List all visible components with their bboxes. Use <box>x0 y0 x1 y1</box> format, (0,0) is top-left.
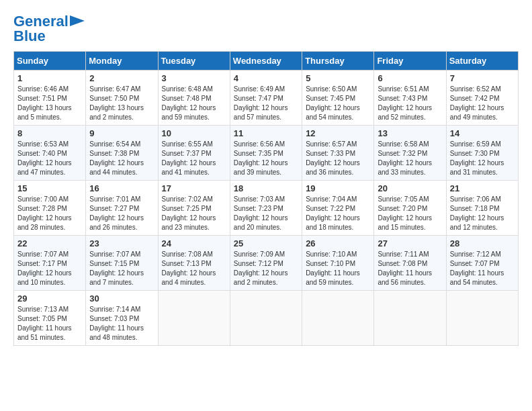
calendar-cell: 25Sunrise: 7:09 AM Sunset: 7:12 PM Dayli… <box>230 236 302 291</box>
day-number: 26 <box>306 238 370 248</box>
day-number: 28 <box>450 238 515 248</box>
day-number: 16 <box>89 183 154 193</box>
day-number: 27 <box>378 238 442 248</box>
calendar-cell: 1Sunrise: 6:46 AM Sunset: 7:51 PM Daylig… <box>14 71 86 126</box>
calendar-cell: 24Sunrise: 7:08 AM Sunset: 7:13 PM Dayli… <box>158 236 230 291</box>
day-number: 22 <box>17 238 82 248</box>
calendar-cell <box>302 291 374 346</box>
day-info: Sunrise: 6:58 AM Sunset: 7:32 PM Dayligh… <box>378 140 442 177</box>
day-number: 19 <box>306 183 370 193</box>
day-info: Sunrise: 6:53 AM Sunset: 7:40 PM Dayligh… <box>17 140 82 177</box>
calendar-cell: 16Sunrise: 7:01 AM Sunset: 7:27 PM Dayli… <box>86 181 158 236</box>
day-number: 8 <box>17 128 82 138</box>
day-info: Sunrise: 7:06 AM Sunset: 7:18 PM Dayligh… <box>450 195 515 232</box>
header-thursday: Thursday <box>302 52 374 71</box>
day-info: Sunrise: 6:54 AM Sunset: 7:38 PM Dayligh… <box>89 140 154 177</box>
day-info: Sunrise: 6:48 AM Sunset: 7:48 PM Dayligh… <box>162 85 226 122</box>
day-info: Sunrise: 7:02 AM Sunset: 7:25 PM Dayligh… <box>162 195 226 232</box>
day-info: Sunrise: 7:07 AM Sunset: 7:17 PM Dayligh… <box>17 250 82 287</box>
day-info: Sunrise: 6:59 AM Sunset: 7:30 PM Dayligh… <box>450 140 515 177</box>
day-number: 29 <box>17 293 82 304</box>
calendar-cell: 8Sunrise: 6:53 AM Sunset: 7:40 PM Daylig… <box>14 126 86 181</box>
day-number: 4 <box>234 73 298 83</box>
calendar-cell: 27Sunrise: 7:11 AM Sunset: 7:08 PM Dayli… <box>374 236 446 291</box>
day-info: Sunrise: 7:10 AM Sunset: 7:10 PM Dayligh… <box>306 250 370 287</box>
day-number: 3 <box>162 73 226 83</box>
calendar-header-row: SundayMondayTuesdayWednesdayThursdayFrid… <box>14 52 519 71</box>
day-number: 14 <box>450 128 515 138</box>
calendar-cell: 22Sunrise: 7:07 AM Sunset: 7:17 PM Dayli… <box>14 236 86 291</box>
day-number: 17 <box>162 183 226 193</box>
day-number: 20 <box>378 183 442 193</box>
calendar-cell: 18Sunrise: 7:03 AM Sunset: 7:23 PM Dayli… <box>230 181 302 236</box>
day-info: Sunrise: 7:04 AM Sunset: 7:22 PM Dayligh… <box>306 195 370 232</box>
day-number: 24 <box>162 238 226 248</box>
logo-arrow-icon <box>70 14 85 28</box>
day-info: Sunrise: 7:05 AM Sunset: 7:20 PM Dayligh… <box>378 195 442 232</box>
calendar-table: SundayMondayTuesdayWednesdayThursdayFrid… <box>13 51 519 346</box>
calendar-week-row: 22Sunrise: 7:07 AM Sunset: 7:17 PM Dayli… <box>14 236 519 291</box>
calendar-cell: 5Sunrise: 6:50 AM Sunset: 7:45 PM Daylig… <box>302 71 374 126</box>
day-number: 25 <box>234 238 298 248</box>
day-info: Sunrise: 7:13 AM Sunset: 7:05 PM Dayligh… <box>17 305 82 342</box>
calendar-cell: 3Sunrise: 6:48 AM Sunset: 7:48 PM Daylig… <box>158 71 230 126</box>
calendar-week-row: 8Sunrise: 6:53 AM Sunset: 7:40 PM Daylig… <box>14 126 519 181</box>
calendar-week-row: 15Sunrise: 7:00 AM Sunset: 7:28 PM Dayli… <box>14 181 519 236</box>
calendar-cell: 4Sunrise: 6:49 AM Sunset: 7:47 PM Daylig… <box>230 71 302 126</box>
calendar-cell: 19Sunrise: 7:04 AM Sunset: 7:22 PM Dayli… <box>302 181 374 236</box>
calendar-cell: 6Sunrise: 6:51 AM Sunset: 7:43 PM Daylig… <box>374 71 446 126</box>
header-friday: Friday <box>374 52 446 71</box>
logo: General Blue <box>13 13 85 44</box>
calendar-cell: 11Sunrise: 6:56 AM Sunset: 7:35 PM Dayli… <box>230 126 302 181</box>
calendar-cell: 30Sunrise: 7:14 AM Sunset: 7:03 PM Dayli… <box>86 291 158 346</box>
day-number: 9 <box>89 128 154 138</box>
calendar-cell <box>374 291 446 346</box>
day-number: 7 <box>450 73 515 83</box>
day-info: Sunrise: 6:52 AM Sunset: 7:42 PM Dayligh… <box>450 85 515 122</box>
calendar-cell: 26Sunrise: 7:10 AM Sunset: 7:10 PM Dayli… <box>302 236 374 291</box>
calendar-cell: 21Sunrise: 7:06 AM Sunset: 7:18 PM Dayli… <box>446 181 518 236</box>
calendar-week-row: 29Sunrise: 7:13 AM Sunset: 7:05 PM Dayli… <box>14 291 519 346</box>
day-info: Sunrise: 6:46 AM Sunset: 7:51 PM Dayligh… <box>17 85 82 122</box>
calendar-cell: 17Sunrise: 7:02 AM Sunset: 7:25 PM Dayli… <box>158 181 230 236</box>
day-info: Sunrise: 6:51 AM Sunset: 7:43 PM Dayligh… <box>378 85 442 122</box>
calendar-cell: 2Sunrise: 6:47 AM Sunset: 7:50 PM Daylig… <box>86 71 158 126</box>
day-info: Sunrise: 7:08 AM Sunset: 7:13 PM Dayligh… <box>162 250 226 287</box>
calendar-cell: 29Sunrise: 7:13 AM Sunset: 7:05 PM Dayli… <box>14 291 86 346</box>
calendar-cell: 14Sunrise: 6:59 AM Sunset: 7:30 PM Dayli… <box>446 126 518 181</box>
day-info: Sunrise: 6:57 AM Sunset: 7:33 PM Dayligh… <box>306 140 370 177</box>
header-saturday: Saturday <box>446 52 518 71</box>
day-info: Sunrise: 7:09 AM Sunset: 7:12 PM Dayligh… <box>234 250 298 287</box>
day-number: 13 <box>378 128 442 138</box>
day-info: Sunrise: 7:11 AM Sunset: 7:08 PM Dayligh… <box>378 250 442 287</box>
day-number: 15 <box>17 183 82 193</box>
day-info: Sunrise: 6:50 AM Sunset: 7:45 PM Dayligh… <box>306 85 370 122</box>
day-info: Sunrise: 7:00 AM Sunset: 7:28 PM Dayligh… <box>17 195 82 232</box>
page-header: General Blue <box>13 13 519 44</box>
day-number: 21 <box>450 183 515 193</box>
calendar-cell: 15Sunrise: 7:00 AM Sunset: 7:28 PM Dayli… <box>14 181 86 236</box>
svg-marker-0 <box>70 15 85 26</box>
day-number: 2 <box>89 73 154 83</box>
calendar-cell: 12Sunrise: 6:57 AM Sunset: 7:33 PM Dayli… <box>302 126 374 181</box>
day-number: 12 <box>306 128 370 138</box>
calendar-cell <box>230 291 302 346</box>
day-info: Sunrise: 6:47 AM Sunset: 7:50 PM Dayligh… <box>89 85 154 122</box>
header-sunday: Sunday <box>14 52 86 71</box>
day-info: Sunrise: 7:14 AM Sunset: 7:03 PM Dayligh… <box>89 305 154 342</box>
day-number: 6 <box>378 73 442 83</box>
calendar-cell <box>446 291 518 346</box>
day-number: 11 <box>234 128 298 138</box>
header-tuesday: Tuesday <box>158 52 230 71</box>
calendar-cell: 13Sunrise: 6:58 AM Sunset: 7:32 PM Dayli… <box>374 126 446 181</box>
calendar-cell: 20Sunrise: 7:05 AM Sunset: 7:20 PM Dayli… <box>374 181 446 236</box>
calendar-cell <box>158 291 230 346</box>
day-number: 5 <box>306 73 370 83</box>
day-info: Sunrise: 7:12 AM Sunset: 7:07 PM Dayligh… <box>450 250 515 287</box>
calendar-cell: 23Sunrise: 7:07 AM Sunset: 7:15 PM Dayli… <box>86 236 158 291</box>
day-info: Sunrise: 7:07 AM Sunset: 7:15 PM Dayligh… <box>89 250 154 287</box>
header-monday: Monday <box>86 52 158 71</box>
calendar-cell: 9Sunrise: 6:54 AM Sunset: 7:38 PM Daylig… <box>86 126 158 181</box>
day-info: Sunrise: 6:49 AM Sunset: 7:47 PM Dayligh… <box>234 85 298 122</box>
day-info: Sunrise: 7:01 AM Sunset: 7:27 PM Dayligh… <box>89 195 154 232</box>
